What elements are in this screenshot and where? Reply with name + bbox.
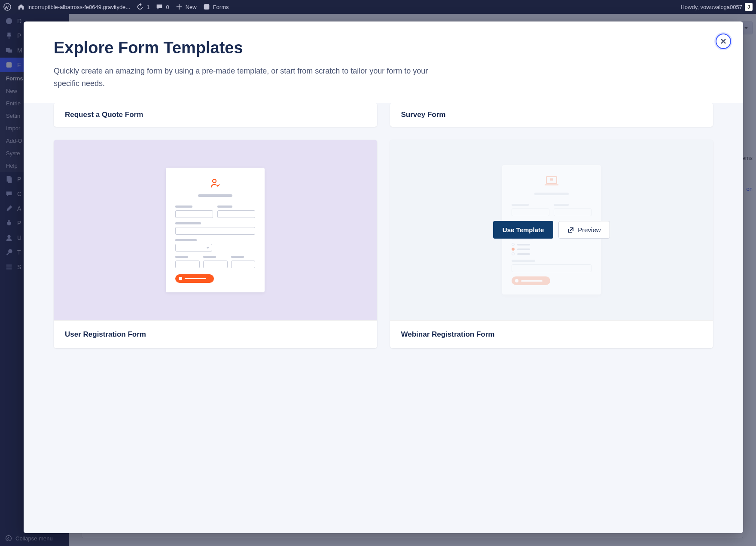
user-check-icon xyxy=(175,178,255,190)
external-link-icon xyxy=(567,227,574,233)
site-link[interactable]: incorruptible-albatross-fe0649.gravityde… xyxy=(17,3,130,11)
use-template-button[interactable]: Use Template xyxy=(493,221,553,239)
template-card-quote[interactable]: Request a Quote Form xyxy=(54,103,377,127)
site-name: incorruptible-albatross-fe0649.gravityde… xyxy=(27,4,130,10)
template-title: Webinar Registration Form xyxy=(390,320,713,348)
preview-label: Preview xyxy=(578,226,601,233)
plus-icon xyxy=(175,3,183,11)
forms-icon xyxy=(203,3,210,11)
forms-label: Forms xyxy=(213,4,229,10)
home-icon xyxy=(17,3,25,11)
comments-link[interactable]: 0 xyxy=(155,3,169,11)
wp-logo-icon[interactable] xyxy=(3,3,11,11)
modal-header: Explore Form Templates Quickly create an… xyxy=(24,21,743,103)
howdy-text: Howdy, vowuvaloga0057 xyxy=(680,4,742,10)
template-card-webinar-registration[interactable]: Use Template Preview Webinar Registratio… xyxy=(390,140,713,348)
close-button[interactable] xyxy=(716,34,731,49)
template-preview xyxy=(54,140,377,320)
wp-admin-bar: incorruptible-albatross-fe0649.gravityde… xyxy=(0,0,756,14)
modal-title: Explore Form Templates xyxy=(54,39,713,57)
svg-point-13 xyxy=(213,179,216,183)
template-hover-actions: Use Template Preview xyxy=(390,140,713,320)
template-title: Request a Quote Form xyxy=(65,110,143,119)
howdy-link[interactable]: Howdy, vowuvaloga0057 J xyxy=(680,3,753,11)
forms-link[interactable]: Forms xyxy=(203,3,229,11)
new-link[interactable]: New xyxy=(175,3,197,11)
comment-icon xyxy=(155,3,163,11)
comments-count: 0 xyxy=(166,4,169,10)
template-card-user-registration[interactable]: User Registration Form xyxy=(54,140,377,348)
refresh-icon xyxy=(136,3,144,11)
template-title: Survey Form xyxy=(401,110,446,119)
new-label: New xyxy=(186,4,197,10)
updates-link[interactable]: 1 xyxy=(136,3,149,11)
svg-rect-1 xyxy=(204,4,209,10)
template-card-survey[interactable]: Survey Form xyxy=(390,103,713,127)
template-title: User Registration Form xyxy=(54,320,377,348)
modal-subtitle: Quickly create an amazing form by using … xyxy=(54,65,440,90)
close-icon xyxy=(720,38,727,45)
avatar: J xyxy=(745,3,753,11)
modal-body[interactable]: Request a Quote Form Survey Form xyxy=(24,103,743,533)
preview-button[interactable]: Preview xyxy=(558,221,610,239)
templates-modal: Explore Form Templates Quickly create an… xyxy=(24,21,743,533)
updates-count: 1 xyxy=(146,4,149,10)
